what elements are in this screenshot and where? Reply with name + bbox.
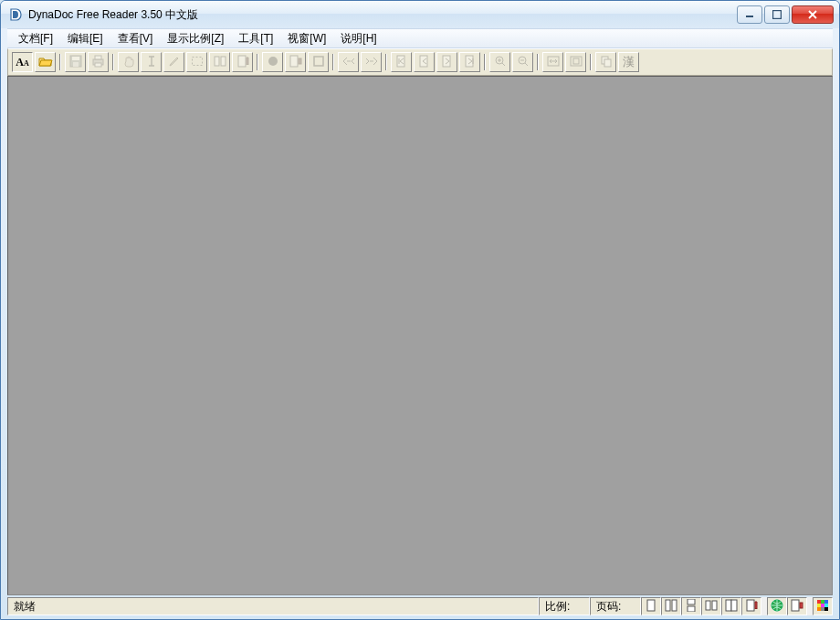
text-select-button[interactable] — [141, 52, 162, 72]
fit-width-button[interactable] — [542, 52, 563, 72]
status-facing-button[interactable] — [721, 597, 741, 615]
status-single-page-button[interactable] — [641, 597, 661, 615]
svg-rect-15 — [314, 57, 323, 66]
window-controls — [735, 5, 834, 24]
globe-icon — [771, 599, 783, 615]
status-two-page-button[interactable] — [661, 597, 681, 615]
two-page-icon — [665, 599, 677, 615]
svg-rect-42 — [824, 600, 828, 604]
cjk-icon: 漢 — [623, 54, 635, 70]
status-bookmark-button[interactable] — [741, 597, 761, 615]
copy-button[interactable] — [595, 52, 616, 72]
zoom-in-icon — [494, 55, 507, 70]
svg-rect-26 — [604, 59, 611, 67]
last-page-button[interactable] — [459, 52, 480, 72]
status-thumbs-button[interactable] — [701, 597, 721, 615]
toolbar-separator — [482, 52, 488, 72]
svg-rect-13 — [290, 56, 298, 67]
status-ready: 就绪 — [7, 597, 539, 615]
last-page-icon — [464, 55, 477, 70]
toolbar: AA — [7, 48, 833, 76]
prev-page-icon — [418, 55, 431, 70]
menu-tools[interactable]: 工具[T] — [231, 29, 280, 48]
menu-view[interactable]: 查看[V] — [110, 29, 161, 48]
pencil-button[interactable] — [163, 52, 184, 72]
svg-rect-47 — [821, 607, 824, 611]
save-icon — [69, 55, 82, 70]
svg-rect-0 — [746, 16, 753, 17]
stop-button[interactable] — [308, 52, 329, 72]
title-bar[interactable]: DynaDoc Free Reader 3.50 中文版 — [1, 1, 839, 28]
maximize-button[interactable] — [764, 5, 790, 24]
window-title: DynaDoc Free Reader 3.50 中文版 — [28, 7, 735, 23]
save-button[interactable] — [65, 52, 86, 72]
thumbnail-button[interactable] — [209, 52, 230, 72]
svg-rect-48 — [824, 607, 828, 611]
toolbar-separator — [58, 52, 63, 72]
menu-zoom[interactable]: 显示比例[Z] — [160, 29, 231, 48]
menu-help[interactable]: 说明[H] — [333, 29, 383, 48]
status-nav-button[interactable] — [787, 597, 807, 615]
svg-rect-29 — [672, 600, 677, 611]
square-icon — [313, 56, 324, 69]
menu-edit[interactable]: 编辑[E] — [60, 29, 110, 48]
status-palette-button[interactable] — [813, 597, 833, 615]
menu-window[interactable]: 视窗[W] — [280, 29, 333, 48]
hand-icon — [122, 55, 135, 70]
font-aa-icon: AA — [16, 56, 28, 69]
zoom-out-button[interactable] — [512, 52, 533, 72]
continuous-icon — [686, 599, 697, 615]
svg-rect-46 — [817, 607, 821, 611]
print-button[interactable] — [88, 52, 109, 72]
next-page-button[interactable] — [436, 52, 457, 72]
fit-page-button[interactable] — [565, 52, 586, 72]
toolbar-separator — [255, 52, 260, 72]
svg-rect-10 — [221, 57, 226, 66]
status-bookmark-icon — [745, 599, 758, 615]
close-button[interactable] — [792, 5, 834, 24]
toolbar-separator — [331, 52, 336, 72]
record-button[interactable] — [262, 52, 283, 72]
first-page-button[interactable] — [391, 52, 412, 72]
status-continuous-button[interactable] — [681, 597, 701, 615]
prev-page-button[interactable] — [414, 52, 435, 72]
bookmark-button[interactable] — [232, 52, 253, 72]
pencil-icon — [168, 55, 181, 70]
nav-panel-button[interactable] — [285, 52, 306, 72]
svg-rect-33 — [712, 601, 717, 610]
zoom-out-icon — [517, 55, 530, 70]
minimize-button[interactable] — [737, 5, 762, 24]
rect-dash-icon — [191, 56, 204, 69]
menu-file[interactable]: 文档[F] — [11, 29, 60, 48]
svg-rect-27 — [647, 600, 655, 611]
svg-rect-1 — [773, 11, 782, 19]
toolbar-separator — [383, 52, 389, 72]
marquee-button[interactable] — [186, 52, 207, 72]
svg-rect-41 — [821, 600, 824, 604]
status-page-label: 页码: — [590, 597, 641, 615]
cjk-button[interactable]: 漢 — [618, 52, 639, 72]
forward-button[interactable] — [361, 52, 382, 72]
svg-rect-32 — [706, 601, 710, 610]
status-web-button[interactable] — [767, 597, 787, 615]
document-area[interactable] — [7, 76, 833, 595]
hand-tool-button[interactable] — [118, 52, 139, 72]
svg-rect-3 — [72, 57, 79, 60]
toolbar-separator — [535, 52, 541, 72]
font-button[interactable]: AA — [12, 52, 33, 72]
svg-rect-4 — [73, 62, 79, 67]
back-button[interactable] — [338, 52, 359, 72]
svg-rect-7 — [95, 63, 101, 67]
open-button[interactable] — [35, 52, 56, 72]
svg-rect-34 — [726, 600, 731, 611]
copy-icon — [600, 55, 613, 70]
zoom-in-button[interactable] — [489, 52, 510, 72]
svg-rect-40 — [817, 600, 821, 604]
print-icon — [91, 55, 105, 70]
single-page-icon — [646, 599, 656, 615]
svg-rect-17 — [420, 56, 427, 67]
palette-icon — [816, 599, 829, 615]
fit-page-icon — [570, 56, 583, 69]
svg-rect-24 — [573, 58, 579, 64]
toolbar-separator — [110, 52, 116, 72]
